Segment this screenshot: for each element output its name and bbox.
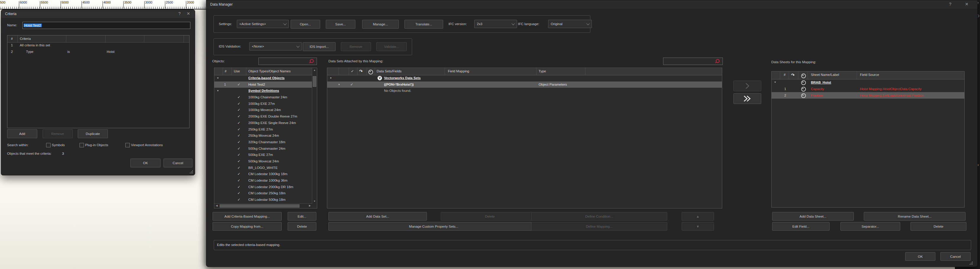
criteria-row[interactable]: 1 All criteria in this set	[7, 42, 189, 49]
datasets-search-input[interactable]	[663, 58, 723, 65]
check-icon[interactable]: ✓	[237, 171, 240, 177]
define-mapping-button[interactable]: Define Mapping...	[531, 222, 667, 231]
symbol-row[interactable]: ✓2000kg EXE Double Reeve 27m	[214, 113, 312, 120]
check-icon[interactable]: ✓	[237, 146, 240, 152]
symbol-row[interactable]: ✓1000kg EXE 27m	[214, 101, 312, 107]
symbol-row[interactable]: ✓CM Lodestar 500kg 18m	[214, 197, 312, 203]
symbol-row[interactable]: ✓250kg EXE 27m	[214, 127, 312, 133]
close-icon[interactable]: ✕	[965, 2, 969, 6]
symbol-row[interactable]: ✓2000kg EXE Single Reeve 24m	[214, 120, 312, 127]
criteria-row[interactable]: 2 Type is Hoist	[7, 49, 189, 55]
symbol-row[interactable]: ✓CM Lodestar 2000kg DR 18m	[214, 184, 312, 190]
manage-button[interactable]: Manage...	[362, 20, 399, 28]
scrollbar-thumb[interactable]	[313, 76, 316, 87]
resize-grip[interactable]	[189, 170, 193, 173]
add-criteria-mapping-button[interactable]: Add Criteria-Based Mapping...	[213, 212, 282, 221]
scroll-up-icon[interactable]: ▲	[312, 68, 317, 72]
check-icon[interactable]: ✓	[237, 94, 240, 101]
symbol-row[interactable]: ✓500kg Chainmaster 24m	[214, 146, 312, 152]
check-icon[interactable]: ✓	[237, 184, 240, 190]
cancel-button[interactable]: Cancel	[164, 158, 192, 168]
symbol-row[interactable]: ✓500kg EXE 27m	[214, 152, 312, 158]
expand-triangle-icon[interactable]: ▼	[329, 75, 332, 81]
symbols-checkbox[interactable]	[46, 143, 51, 147]
symbol-row[interactable]: ✓BR_LOGO_WHITE	[214, 165, 312, 171]
expand-triangle-icon[interactable]: ▼	[217, 88, 219, 94]
eye-icon[interactable]	[801, 87, 806, 92]
check-icon[interactable]: ✓	[237, 107, 240, 113]
check-icon[interactable]: ✓	[237, 165, 240, 171]
move-up-button[interactable]: ▲	[682, 212, 714, 221]
expand-triangle-icon[interactable]: ▼	[217, 75, 219, 81]
add-data-sheet-button[interactable]: Add Data Sheet...	[772, 212, 854, 221]
move-all-right-button[interactable]	[733, 93, 761, 104]
symbol-row[interactable]: ✓500kg Movecat 24m	[214, 158, 312, 165]
symbol-row[interactable]: ✓250kg Movecat 24m	[214, 133, 312, 139]
horizontal-scrollbar[interactable]: ◀ ▶	[214, 203, 312, 208]
objects-group-row[interactable]: ▼ Symbol Definitions	[214, 88, 312, 94]
duplicate-button[interactable]: Duplicate	[78, 129, 108, 138]
copy-mapping-from-button[interactable]: Copy Mapping from...	[213, 222, 282, 231]
close-icon[interactable]: ✕	[186, 11, 190, 16]
help-icon[interactable]: ?	[178, 11, 181, 16]
vertical-scrollbar[interactable]: ▲ ▼	[312, 68, 317, 204]
expand-triangle-icon[interactable]: ▼	[774, 79, 776, 85]
ids-validate-button[interactable]: Validate...	[376, 42, 407, 51]
check-icon[interactable]: ✓	[350, 81, 353, 88]
manage-custom-property-sets-button[interactable]: Manage Custom Property Sets...	[328, 222, 539, 231]
save-button[interactable]: Save...	[326, 20, 355, 28]
eye-icon[interactable]	[801, 93, 806, 98]
resize-grip[interactable]	[969, 261, 973, 264]
check-icon[interactable]: ✓	[237, 152, 240, 158]
name-input[interactable]: Hoist Test2	[22, 22, 190, 29]
ifc-version-dropdown[interactable]: 2x3	[474, 20, 517, 28]
ids-import-button[interactable]: IDS Import...	[303, 42, 336, 51]
datasheet-field-row[interactable]: 1 Capacity Hoist Mapping.HoistObjectData…	[772, 85, 964, 92]
delete-dataset-button[interactable]: Delete	[441, 212, 539, 221]
check-icon[interactable]: ✓	[237, 127, 240, 133]
check-icon[interactable]: ✓	[237, 101, 240, 107]
ifc-language-dropdown[interactable]: Original	[548, 20, 592, 28]
symbol-row[interactable]: ✓1000kg Chainmaster 24m	[214, 94, 312, 101]
separator-button[interactable]: Separator...	[840, 222, 900, 231]
expand-triangle-icon[interactable]: ▼	[338, 81, 340, 88]
symbol-row[interactable]: ✓1000kg Movecat 24m	[214, 107, 312, 113]
datasets-group-row[interactable]: ▼ V Vectorworks Data Sets	[327, 75, 722, 81]
add-button[interactable]: Add	[7, 129, 37, 138]
eye-icon[interactable]	[801, 80, 806, 85]
help-icon[interactable]: ?	[949, 2, 951, 6]
plugin-objects-checkbox-label[interactable]: Plug-in Objects	[85, 143, 108, 147]
check-icon[interactable]: ✓	[237, 190, 240, 197]
delete-mapping-button[interactable]: Delete	[288, 222, 316, 231]
check-icon[interactable]: ✓	[237, 120, 240, 127]
check-icon[interactable]: ✓	[237, 81, 240, 88]
open-button[interactable]: Open...	[291, 20, 320, 28]
edit-mapping-button[interactable]: Edit...	[288, 212, 316, 221]
plugin-objects-checkbox[interactable]	[80, 143, 84, 147]
cancel-button[interactable]: Cancel	[940, 252, 970, 261]
define-condition-button[interactable]: Define Condition...	[531, 212, 667, 221]
datasheet-group-row[interactable]: ▼ BRAB_Hoist	[772, 79, 964, 85]
ok-button[interactable]: OK	[130, 158, 161, 168]
add-dataset-button[interactable]: Add Data Set...	[328, 212, 427, 221]
check-icon[interactable]: ✓	[237, 158, 240, 165]
ok-button[interactable]: OK	[905, 252, 935, 261]
ids-validation-dropdown[interactable]: <None>	[249, 42, 302, 51]
objects-group-row[interactable]: ▼ Criteria-based Objects	[214, 75, 312, 81]
ids-remove-button[interactable]: Remove	[341, 42, 371, 51]
settings-dropdown[interactable]: <Active Settings>	[237, 20, 289, 28]
scroll-left-icon[interactable]: ◀	[214, 204, 219, 208]
check-icon[interactable]: ✓	[237, 177, 240, 184]
scroll-down-icon[interactable]: ▼	[312, 199, 317, 203]
objects-search-input[interactable]	[258, 58, 317, 65]
data-manager-titlebar[interactable]: Data Manager ? ✕	[206, 0, 977, 9]
criteria-titlebar[interactable]: Criteria ? ✕	[1, 10, 195, 18]
symbol-row[interactable]: ✓CM Lodestar 250kg 18m	[214, 190, 312, 197]
scroll-right-icon[interactable]: ▶	[307, 204, 312, 208]
move-down-button[interactable]: ▼	[682, 222, 714, 231]
remove-button[interactable]: Remove	[43, 129, 73, 138]
check-icon[interactable]: ✓	[237, 113, 240, 120]
datasheet-field-row-selected[interactable]: 2 Position Hoist Mapping.EntEquipUnivers…	[772, 92, 964, 99]
viewport-annotations-checkbox[interactable]	[125, 143, 130, 147]
scrollbar-thumb[interactable]	[220, 204, 299, 207]
